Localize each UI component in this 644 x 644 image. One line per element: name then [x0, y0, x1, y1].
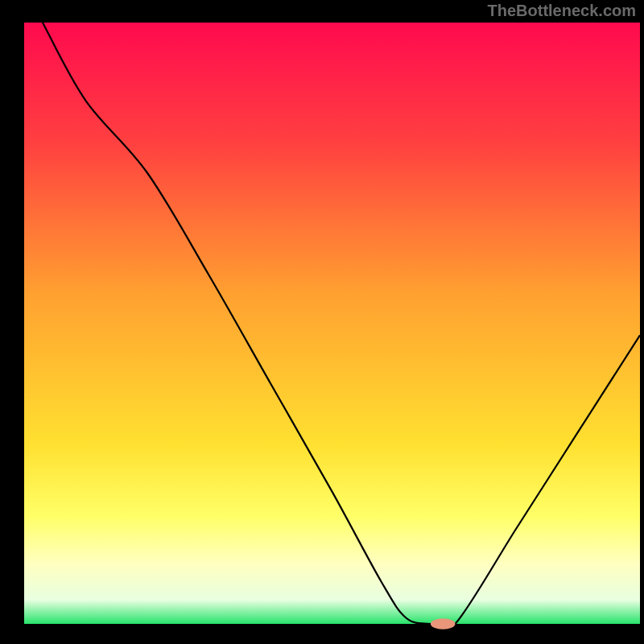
- optimal-marker: [431, 618, 456, 629]
- chart-svg: [0, 0, 644, 644]
- plot-background: [24, 23, 640, 624]
- attribution-text: TheBottleneck.com: [488, 2, 636, 20]
- chart-frame: TheBottleneck.com: [0, 0, 644, 644]
